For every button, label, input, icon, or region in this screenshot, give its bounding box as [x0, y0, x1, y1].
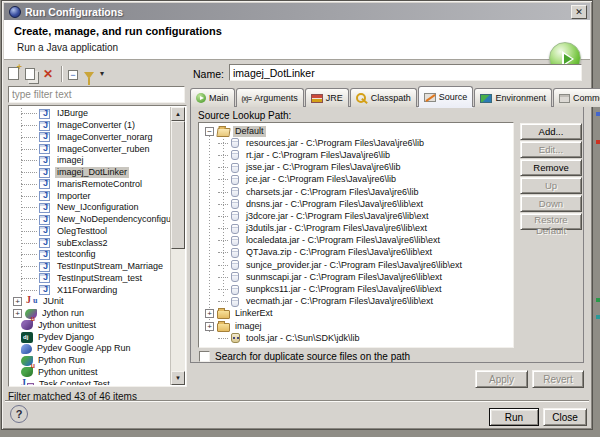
- tab-environment[interactable]: Environment: [474, 88, 552, 107]
- new-configuration-icon[interactable]: [8, 67, 19, 80]
- background-artifact: [596, 112, 600, 116]
- config-tree-item[interactable]: New_IJconfiguration: [10, 202, 170, 214]
- config-tree-item[interactable]: X11Forwarding: [10, 284, 170, 296]
- close-window-button[interactable]: ✕: [571, 5, 587, 19]
- expander-icon[interactable]: +: [205, 309, 214, 318]
- source-lookup-item[interactable]: dnsns.jar - C:\Program Files\Java\jre6\l…: [200, 198, 512, 210]
- remove-button[interactable]: Remove: [520, 159, 582, 176]
- config-tree-item[interactable]: Jython unittest: [10, 320, 170, 332]
- config-tree-item[interactable]: ImarisRemoteControl: [10, 179, 170, 191]
- source-lookup-item[interactable]: tools.jar - C:\Sun\SDK\jdk\lib: [200, 332, 512, 344]
- config-tree-item[interactable]: TestInputStream_test: [10, 273, 170, 285]
- add-button[interactable]: Add...: [520, 123, 582, 140]
- source-entry-label: j3dcore.jar - C:\Program Files\Java\jre6…: [244, 211, 431, 222]
- duplicate-configuration-icon[interactable]: [25, 68, 35, 80]
- help-button[interactable]: ?: [10, 405, 28, 423]
- config-tree-item[interactable]: New_NoDependencyconfiguration: [10, 214, 170, 226]
- collapse-all-icon[interactable]: −: [68, 70, 78, 80]
- jython-unittest-icon: [21, 320, 33, 330]
- source-lookup-item[interactable]: localedata.jar - C:\Program Files\Java\j…: [200, 235, 512, 247]
- title-bar[interactable]: Run Configurations ✕: [4, 3, 590, 20]
- jar-icon: [231, 224, 239, 234]
- config-name: TestInputStream_test: [55, 273, 144, 284]
- config-tree-item[interactable]: Python unittest: [10, 367, 170, 379]
- expander-icon[interactable]: +: [13, 297, 22, 306]
- duplicate-search-option[interactable]: Search for duplicate source files on the…: [199, 351, 410, 362]
- config-tree-item[interactable]: OlegTesttool: [10, 226, 170, 238]
- scrollbar-thumb[interactable]: [171, 121, 185, 249]
- source-lookup-item[interactable]: +LinkerExt: [200, 308, 512, 320]
- expander-icon[interactable]: −: [205, 127, 214, 136]
- eclipse-icon: [9, 6, 21, 18]
- delete-configuration-icon[interactable]: ✕: [41, 67, 55, 81]
- config-tree-item[interactable]: Task Context Test: [10, 378, 170, 385]
- java-app-icon: [39, 132, 50, 142]
- footer-divider: [5, 400, 589, 402]
- config-tree-item[interactable]: testconfig: [10, 249, 170, 261]
- config-tree-item[interactable]: TestInputStream_Marriage: [10, 261, 170, 273]
- source-lookup-item[interactable]: sunjce_provider.jar - C:\Program Files\J…: [200, 259, 512, 271]
- config-tree-item[interactable]: ImageConverter_ruben: [10, 143, 170, 155]
- filter-input[interactable]: [8, 86, 185, 103]
- scroll-up-icon[interactable]: ▲: [171, 107, 185, 121]
- view-menu-icon[interactable]: ▾: [100, 67, 108, 81]
- source-lookup-item[interactable]: sunpkcs11.jar - C:\Program Files\Java\jr…: [200, 283, 512, 295]
- config-tree-item[interactable]: subExclass2: [10, 237, 170, 249]
- source-lookup-item[interactable]: vecmath.jar - C:\Program Files\Java\jre6…: [200, 296, 512, 308]
- config-tree-item[interactable]: ImageConverter (1): [10, 120, 170, 132]
- source-entry-label: tools.jar - C:\Sun\SDK\jdk\lib: [244, 333, 362, 344]
- tree-connector: [21, 219, 37, 220]
- config-tree-item[interactable]: Importer: [10, 190, 170, 202]
- source-lookup-item[interactable]: charsets.jar - C:\Program Files\Java\jre…: [200, 186, 512, 198]
- tab-label: Main: [209, 93, 229, 103]
- apply-button: Apply: [475, 370, 528, 388]
- name-input[interactable]: [229, 64, 582, 81]
- expander-icon[interactable]: +: [205, 322, 214, 331]
- source-lookup-item[interactable]: QTJava.zip - C:\Program Files\Java\jre6\…: [200, 247, 512, 259]
- java-app-icon: [39, 226, 50, 236]
- source-lookup-item[interactable]: sunmscapi.jar - C:\Program Files\Java\jr…: [200, 271, 512, 283]
- source-lookup-item[interactable]: rt.jar - C:\Program Files\Java\jre6\lib: [200, 149, 512, 161]
- tree-connector: [218, 167, 228, 168]
- tree-connector: [218, 289, 228, 290]
- tab-main[interactable]: Main: [190, 88, 235, 107]
- source-lookup-item[interactable]: −Default: [200, 125, 512, 137]
- source-lookup-item[interactable]: +imagej: [200, 320, 512, 332]
- tab-classpath[interactable]: Classpath: [350, 88, 417, 107]
- source-lookup-item[interactable]: jsse.jar - C:\Program Files\Java\jre6\li…: [200, 162, 512, 174]
- config-tree-item[interactable]: Pydev Google App Run: [10, 343, 170, 355]
- java-app-icon: [39, 109, 50, 119]
- tab-label: Source: [439, 92, 468, 102]
- run-button[interactable]: Run: [489, 408, 539, 426]
- source-entry-label: Default: [233, 126, 266, 137]
- tab-arguments[interactable]: (x)=Arguments: [236, 88, 304, 107]
- config-tree-item[interactable]: Pydev Django: [10, 331, 170, 343]
- source-lookup-item[interactable]: resources.jar - C:\Program Files\Java\jr…: [200, 137, 512, 149]
- source-tab-panel: Source Lookup Path: −Defaultresources.ja…: [190, 106, 584, 363]
- config-tree-item[interactable]: IJBurge: [10, 108, 170, 120]
- config-tree-item[interactable]: imagej_DotLinker: [10, 167, 170, 179]
- checkbox[interactable]: [199, 351, 210, 362]
- tab-common[interactable]: Common: [553, 88, 600, 107]
- dialog-header-banner: Create, manage, and run configurations R…: [4, 20, 590, 60]
- close-button[interactable]: Close: [543, 408, 587, 426]
- source-entry-label: sunjce_provider.jar - C:\Program Files\J…: [244, 260, 464, 271]
- jar-icon: [231, 199, 239, 209]
- config-name: ImageConverter_ruben: [55, 144, 152, 155]
- source-lookup-item[interactable]: j3dutils.jar - C:\Program Files\Java\jre…: [200, 223, 512, 235]
- source-lookup-item[interactable]: jce.jar - C:\Program Files\Java\jre6\lib: [200, 174, 512, 186]
- source-lookup-item[interactable]: j3dcore.jar - C:\Program Files\Java\jre6…: [200, 210, 512, 222]
- tab-jre[interactable]: JRE: [305, 88, 349, 107]
- tree-connector: [218, 338, 228, 339]
- filter-configurations-icon[interactable]: [84, 72, 94, 79]
- config-name: imagej_DotLinker: [55, 167, 129, 178]
- scroll-down-icon[interactable]: ▼: [171, 371, 185, 385]
- config-tree-item[interactable]: ImageConverter_norarg: [10, 132, 170, 144]
- configurations-toolbar: ✕−▾: [8, 64, 108, 83]
- expander-icon[interactable]: +: [13, 309, 22, 318]
- config-tree-item[interactable]: imagej: [10, 155, 170, 167]
- tab-source[interactable]: Source: [418, 86, 474, 107]
- tree-scrollbar[interactable]: ▲ ▼: [170, 107, 185, 385]
- checkbox-label: Search for duplicate source files on the…: [215, 351, 410, 362]
- config-tree-item[interactable]: +JUnit: [10, 296, 170, 308]
